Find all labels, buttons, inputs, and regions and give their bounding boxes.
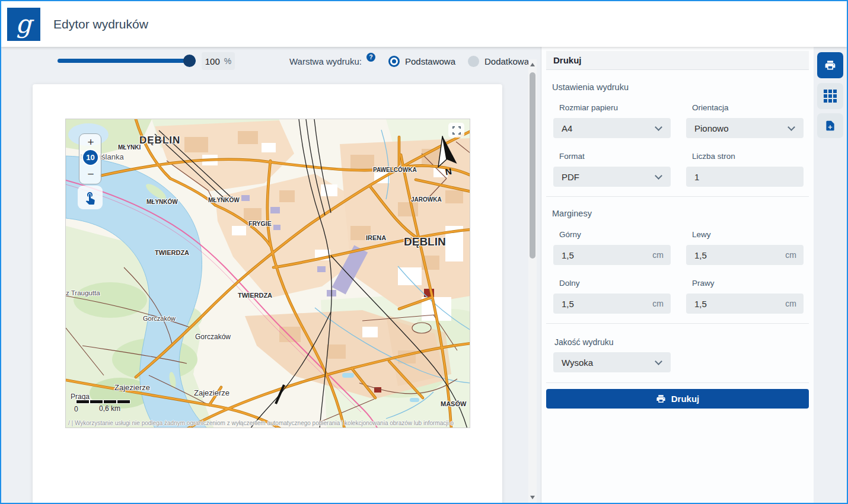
map-label: Zajezierze [114,383,150,392]
divider [546,323,809,324]
quality-label: Jakość wydruku [554,337,614,347]
scale-start-label: 0 [74,405,78,413]
divider [546,382,809,383]
map-attribution: / | Wykorzystanie usługi nie podlega żad… [68,420,469,426]
scrollbar-up-arrow[interactable] [530,63,535,66]
radio-dodatkowa-label[interactable]: Dodatkowa [484,56,529,66]
scrollbar-thumb[interactable] [530,72,535,259]
orientation-label: Orientacja [692,103,729,112]
scale-end-label: 0,6 km [99,404,120,413]
touch-pan-button[interactable] [78,186,103,209]
map-canvas[interactable]: DĘBLIN MŁYNKI Nadwiślanka MŁYNKÓW MŁYNKÓ… [65,119,470,428]
margin-top-label: Górny [559,230,581,239]
orientation-select[interactable]: Pionowo [686,118,804,138]
margin-bottom-input[interactable]: 1,5 cm [553,294,671,314]
radio-dodatkowa[interactable]: Dodatkowa [468,56,529,67]
scrollbar-down-arrow[interactable] [530,496,535,499]
radio-selected-icon[interactable] [388,56,400,67]
chevron-down-icon [655,123,662,131]
print-settings-panel: Drukuj Ustawienia wydruku Rozmiar papier… [541,47,814,503]
fullscreen-button[interactable] [448,123,464,138]
map-label: JAROWKA [411,196,442,203]
map-label: Gorczaków [195,333,231,341]
chevron-down-icon [655,358,662,365]
margin-left-value: 1,5 [694,250,785,260]
map-label: MASÓW [441,400,466,407]
zoom-percent-value: 100 [205,56,220,66]
vertical-scrollbar[interactable] [528,59,537,503]
chevron-down-icon [655,172,662,180]
fullscreen-icon [452,126,461,135]
orientation-value: Pionowo [694,123,789,133]
margin-left-unit: cm [785,250,796,260]
grid-tool-button[interactable] [817,83,843,109]
margin-bottom-label: Dolny [559,279,580,288]
north-arrow: N [432,135,458,181]
map-label: DĘBLIN [404,235,446,248]
panel-header: Drukuj [546,51,809,70]
radio-podstawowa-label[interactable]: Podstawowa [405,56,455,66]
zoom-out-button[interactable]: − [79,167,102,183]
map-label: Praga [71,393,90,401]
map-label: MŁYNKÓW [208,197,240,203]
print-button[interactable]: Drukuj [546,389,809,409]
margin-left-label: Lewy [692,230,711,239]
paper-size-value: A4 [562,123,656,133]
format-label: Format [559,152,585,161]
divider [546,196,809,197]
print-tool-button[interactable] [817,52,843,78]
margin-top-value: 1,5 [562,250,652,260]
add-page-tool-button[interactable] [817,113,843,138]
map-label: Zajezierze [194,388,229,397]
zoom-percent-field[interactable]: 100 % [202,52,235,70]
pages-value: 1 [694,172,804,182]
map-label: z Traugutta [66,289,100,296]
radio-podstawowa[interactable]: Podstawowa [388,56,455,67]
margin-bottom-value: 1,5 [562,299,652,309]
map-label: IRENA [366,234,386,241]
map-label: DĘBLIN [139,135,180,146]
pages-label: Liczba stron [692,152,735,161]
settings-section-header: Ustawienia wydruku [552,82,629,92]
map-label: MŁYNKI [118,144,141,151]
print-button-label: Drukuj [671,394,700,404]
map-label: MŁYNKÓW [146,199,178,205]
scale-bar [76,400,130,403]
pages-input[interactable]: 1 [686,167,804,187]
logo-letter: g [16,12,32,37]
print-editor-window: g Edytor wydruków 100 % Warstwa wydruku:… [0,0,848,504]
app-header: g Edytor wydruków [1,1,847,47]
zoom-percent-unit: % [224,56,231,66]
margin-right-value: 1,5 [694,299,785,309]
zoom-slider-thumb[interactable] [183,55,196,67]
map-graphic [66,119,470,428]
map-label: PAWELCÓWKA [373,167,417,173]
print-layer-label: Warstwa wydruku: [289,56,362,66]
chevron-down-icon [788,123,795,131]
printer-icon [656,394,666,404]
map-label: TWIERDZA [155,249,189,256]
margin-right-input[interactable]: 1,5 cm [686,294,804,314]
zoom-slider-track[interactable] [58,59,196,63]
paper-size-select[interactable]: A4 [553,118,671,138]
map-label: FRYGIE [248,220,272,227]
quality-value: Wysoka [562,358,656,368]
panel-title: Drukuj [553,55,582,65]
page-title: Edytor wydruków [53,1,148,47]
north-label: N [444,166,452,177]
map-zoom-control: + − 10 [79,133,101,184]
quality-select[interactable]: Wysoka [553,352,671,372]
margin-bottom-unit: cm [652,299,664,308]
format-select[interactable]: PDF [553,167,671,187]
map-label: Gorczaków [143,315,176,322]
margin-left-input[interactable]: 1,5 cm [686,245,804,265]
grid-icon [824,90,837,103]
margin-top-unit: cm [652,250,664,260]
paper-size-label: Rozmiar papieru [559,103,618,112]
margins-section-header: Marginesy [552,209,592,218]
side-toolbar [814,47,847,503]
margin-top-input[interactable]: 1,5 cm [553,245,671,265]
radio-unselected-icon[interactable] [468,56,479,67]
zoom-level-badge: 10 [82,149,99,166]
help-icon[interactable]: ? [366,53,375,62]
